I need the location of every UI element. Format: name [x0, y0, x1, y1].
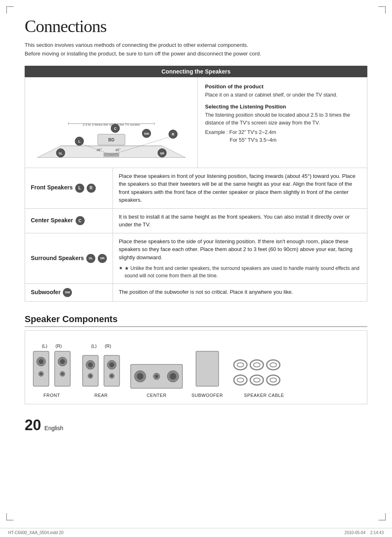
svg-point-56	[254, 363, 260, 367]
speaker-name-sub: Subwoofer SW	[25, 284, 113, 302]
svg-rect-40	[104, 355, 120, 386]
svg-text:SL: SL	[58, 151, 62, 155]
svg-point-59	[234, 375, 247, 385]
svg-rect-35	[83, 355, 98, 386]
speaker-diagram-area: BD C SW L R SL SR	[25, 77, 367, 168]
svg-point-39	[89, 375, 92, 377]
front-label-L: (L)	[42, 343, 47, 348]
svg-text:45°: 45°	[96, 148, 101, 152]
badge-R: R	[87, 184, 96, 193]
page-footer: HT-C6600_XAA_0504.indd 20 2010-05-04 2:1…	[0, 528, 392, 537]
svg-point-42	[109, 362, 114, 367]
rear-label-R: (R)	[105, 343, 111, 348]
svg-point-47	[137, 373, 143, 380]
component-center: CENTER	[130, 364, 183, 398]
svg-text:SW: SW	[144, 132, 149, 136]
components-title: Speaker Components	[25, 314, 367, 327]
page-title: Connections	[25, 16, 367, 36]
diagram-right: Position of the product Place it on a st…	[198, 77, 367, 168]
listening-example1: Example : For 32" TV's 2~2.4m	[205, 129, 360, 136]
speaker-cable-svg	[231, 357, 297, 390]
speaker-placement-diagram: BD C SW L R SL SR	[33, 83, 189, 161]
svg-point-62	[254, 378, 260, 382]
badge-L: L	[75, 184, 84, 193]
svg-point-34	[61, 373, 64, 375]
component-rear: (L) (R) REAR	[81, 343, 122, 398]
speaker-desc-surround: Place these speakers to the side of your…	[113, 233, 367, 284]
cable-label: SPEAKER CABLE	[244, 393, 284, 398]
svg-text:R: R	[172, 132, 174, 136]
svg-rect-30	[55, 351, 70, 386]
subwoofer-label: SUBWOOFER	[191, 393, 223, 398]
speaker-name-center: Center Speaker C	[25, 208, 113, 233]
svg-point-60	[237, 378, 244, 382]
svg-point-32	[60, 359, 65, 364]
listening-title: Selecting the Listening Position	[205, 104, 360, 110]
svg-text:2.5 to 3 times the size of the: 2.5 to 3 times the size of the TV screen	[83, 122, 140, 126]
rear-labels: (L) (R)	[91, 343, 111, 348]
corner-mark-tl	[6, 6, 14, 14]
svg-point-64	[270, 378, 277, 382]
footer-file-info: HT-C6600_XAA_0504.indd 20	[8, 530, 64, 535]
intro-text: This section involves various methods of…	[25, 41, 367, 58]
svg-point-27	[39, 359, 44, 364]
badge-SR: SR	[98, 254, 107, 263]
svg-point-51	[170, 373, 176, 380]
svg-text:C: C	[114, 127, 116, 131]
listening-text: The listening position should be located…	[205, 111, 360, 127]
front-labels: (L) (R)	[42, 343, 62, 348]
svg-rect-25	[33, 351, 49, 386]
svg-text:BD: BD	[108, 137, 115, 142]
page-number: 20	[25, 417, 41, 434]
badge-SW: SW	[63, 288, 72, 297]
rear-speaker-svg	[81, 349, 122, 390]
svg-point-61	[250, 375, 263, 385]
speaker-table: Front Speakers L R Place these speakers …	[25, 168, 367, 302]
table-row: Surround Speakers SL SR Place these spea…	[25, 233, 367, 284]
svg-text:L: L	[78, 139, 80, 143]
diagram-left: BD C SW L R SL SR	[25, 77, 198, 168]
svg-point-44	[111, 375, 113, 377]
components-box: (L) (R) FRONT (L) (R)	[25, 330, 367, 404]
badge-C: C	[76, 216, 85, 225]
svg-point-57	[267, 360, 280, 370]
svg-text:SR: SR	[160, 151, 164, 155]
svg-rect-52	[196, 351, 219, 386]
subwoofer-svg	[194, 349, 221, 390]
front-speaker-svg	[31, 349, 72, 390]
component-subwoofer: SUBWOOFER	[191, 349, 223, 398]
speaker-desc-sub: The position of the subwoofer is not so …	[113, 284, 367, 302]
table-row: Center Speaker C It is best to install i…	[25, 208, 367, 233]
component-front: (L) (R) FRONT	[31, 343, 72, 398]
front-label-R: (R)	[55, 343, 62, 348]
rear-label: REAR	[95, 393, 108, 398]
position-text: Place it on a stand or cabinet shelf, or…	[205, 91, 360, 99]
page-language: English	[44, 425, 63, 431]
svg-point-29	[40, 373, 42, 375]
svg-point-37	[88, 362, 93, 367]
component-cable: SPEAKER CABLE	[231, 357, 297, 398]
svg-point-58	[270, 363, 277, 367]
svg-point-55	[250, 360, 263, 370]
speaker-desc-center: It is best to install it at the same hei…	[113, 208, 367, 233]
section-header: Connecting the Speakers	[25, 66, 367, 77]
svg-point-49	[155, 375, 158, 378]
svg-point-63	[267, 375, 280, 385]
table-row: Front Speakers L R Place these speakers …	[25, 168, 367, 209]
svg-point-53	[234, 360, 247, 370]
position-title: Position of the product	[205, 83, 360, 90]
svg-point-54	[237, 363, 244, 367]
front-label: FRONT	[44, 393, 60, 398]
badge-SL: SL	[86, 254, 95, 263]
corner-mark-bl	[6, 513, 14, 521]
center-speaker-svg	[130, 364, 183, 390]
speaker-desc-front: Place these speakers in front of your li…	[113, 168, 367, 209]
rear-label-L: (L)	[91, 343, 97, 348]
center-label: CENTER	[147, 393, 166, 398]
table-row: Subwoofer SW The position of the subwoof…	[25, 284, 367, 302]
surround-note: ★ Unlike the front and center speakers, …	[119, 265, 361, 279]
corner-mark-br	[378, 513, 386, 521]
page-number-area: 20 English	[25, 417, 367, 434]
svg-text:45°: 45°	[115, 148, 120, 152]
listening-example2: For 55" TV's 3.5~4m	[205, 136, 360, 144]
